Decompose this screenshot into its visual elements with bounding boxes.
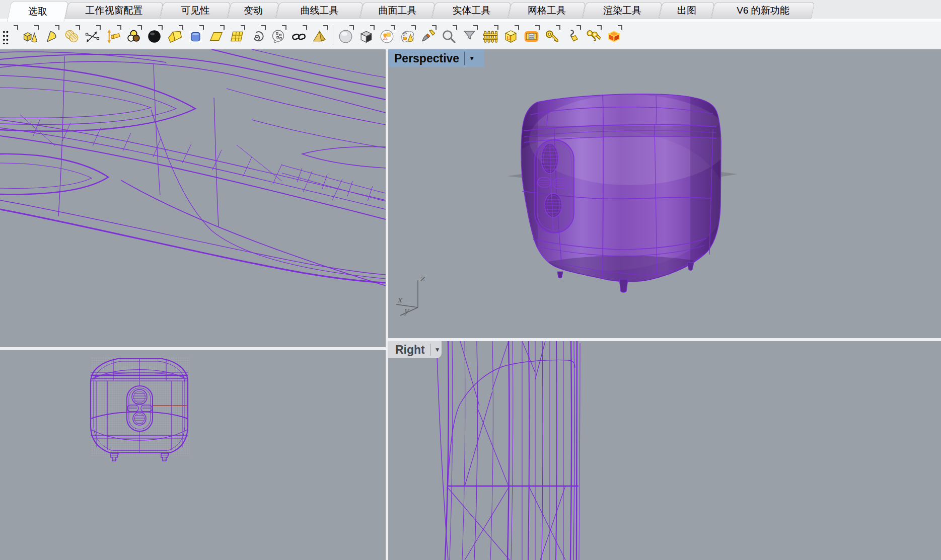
- red-box-icon[interactable]: [605, 24, 622, 46]
- paintbrush-icon[interactable]: [419, 24, 437, 46]
- tab-transform[interactable]: 变动: [229, 2, 277, 19]
- key-pair-icon[interactable]: [585, 24, 602, 46]
- tab-surface-tools[interactable]: 曲面工具: [361, 2, 433, 19]
- color-circles-icon[interactable]: [125, 24, 142, 46]
- svg-text:U: U: [506, 35, 511, 41]
- fence-select-icon[interactable]: [481, 24, 498, 46]
- gray-sphere-icon[interactable]: [337, 24, 354, 46]
- tab-v6-new-features[interactable]: V6 的新功能: [713, 2, 813, 19]
- object-blob-icon[interactable]: [399, 24, 416, 46]
- scatter-points-icon[interactable]: [269, 24, 286, 46]
- label-separator: [430, 344, 430, 356]
- main-toolbar: U: [0, 22, 941, 48]
- select-hatch-icon[interactable]: [63, 24, 80, 46]
- spiral-curve-icon[interactable]: [249, 24, 266, 46]
- front-wireframe-graphic: [0, 350, 386, 560]
- label-separator: [464, 52, 465, 64]
- box-select-blue-icon[interactable]: [187, 24, 204, 46]
- toolbar-tab-bar: 选取 工作视窗配置 可见性 变动 曲线工具 曲面工具 实体工具 网格工具 渲染工…: [0, 0, 941, 22]
- viewport-title-perspective[interactable]: Perspective ▼: [388, 49, 484, 67]
- tab-mesh-tools[interactable]: 网格工具: [510, 2, 584, 19]
- viewport-menu-arrow-icon[interactable]: ▼: [435, 346, 441, 353]
- tab-curve-tools[interactable]: 曲线工具: [277, 2, 361, 19]
- key-icon[interactable]: [543, 24, 560, 46]
- toolbar-separator: [333, 25, 333, 45]
- right-wireframe-graphic: [388, 341, 941, 560]
- viewport-perspective[interactable]: Perspective ▼: [388, 49, 941, 338]
- plane-surface-icon[interactable]: [207, 24, 225, 46]
- viewport-title-text: Right: [395, 343, 425, 357]
- selection-points-icon[interactable]: [1, 24, 18, 46]
- select-wedge-icon[interactable]: [42, 24, 59, 46]
- axis-x-label: x: [397, 294, 403, 304]
- viewport-right[interactable]: Right ▼: [388, 341, 941, 560]
- viewport-front[interactable]: [0, 350, 386, 560]
- filter-funnel-icon[interactable]: [461, 24, 478, 46]
- shaded-cube-icon[interactable]: [357, 24, 375, 46]
- select-solids-icon[interactable]: [22, 24, 39, 46]
- viewport-area: Perspective ▼: [0, 48, 941, 560]
- tab-solid-tools[interactable]: 实体工具: [433, 2, 510, 19]
- viewport-title-text: Perspective: [394, 52, 459, 65]
- u-box-icon[interactable]: U: [502, 24, 519, 46]
- tab-render-tools[interactable]: 渲染工具: [584, 2, 661, 19]
- rhino-window: 选取 工作视窗配置 可见性 变动 曲线工具 曲面工具 实体工具 网格工具 渲染工…: [0, 0, 941, 560]
- axis-z-label: z: [420, 273, 425, 283]
- move-arrows-icon[interactable]: [84, 24, 101, 46]
- grid-surface-icon[interactable]: [228, 24, 245, 46]
- tab-drafting[interactable]: 出图: [661, 2, 713, 19]
- drag-scale-hand-icon[interactable]: [104, 24, 121, 46]
- perspective-model-graphic: z x y: [388, 49, 941, 338]
- shape-filter-icon[interactable]: [378, 24, 395, 46]
- chain-links-icon[interactable]: [290, 24, 307, 46]
- box-highlight-icon[interactable]: [523, 24, 540, 46]
- viewport-top-left[interactable]: [0, 49, 386, 347]
- tab-viewport-config[interactable]: 工作视窗配置: [66, 2, 162, 19]
- viewport-menu-arrow-icon[interactable]: ▼: [469, 55, 475, 62]
- fold-surface-icon[interactable]: [166, 24, 183, 46]
- pyramid-icon[interactable]: [311, 24, 328, 46]
- tab-visibility[interactable]: 可见性: [162, 2, 229, 19]
- magnifier-icon[interactable]: [440, 24, 457, 46]
- hook-tag-icon[interactable]: [564, 24, 581, 46]
- black-sphere-icon[interactable]: [146, 24, 163, 46]
- tab-select[interactable]: 选取: [9, 1, 66, 22]
- axis-y-label: y: [403, 305, 410, 315]
- viewport-title-right[interactable]: Right ▼: [388, 341, 442, 358]
- wireframe-curves-graphic: [0, 49, 386, 347]
